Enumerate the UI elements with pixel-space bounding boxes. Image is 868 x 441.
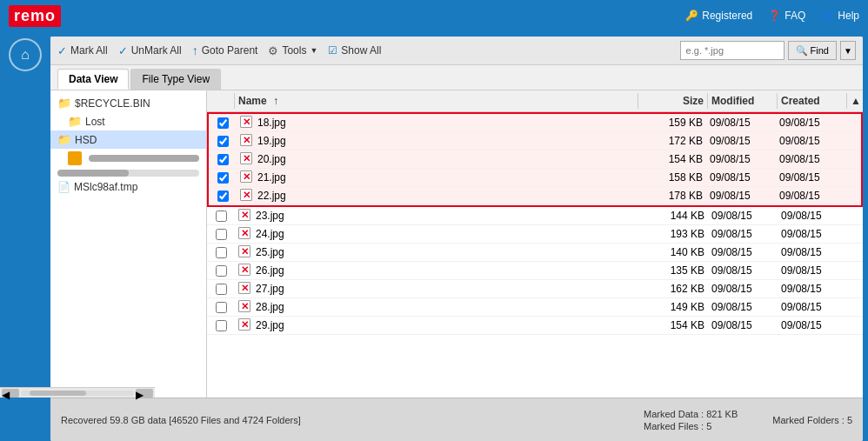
table-row: ✕19.jpg172 KB09/08/1509/08/15: [209, 132, 861, 150]
file-row-extra: [847, 232, 863, 236]
file-created: 09/08/15: [776, 170, 845, 185]
tools-arrow-icon: ▼: [310, 46, 317, 55]
file-name: 18.jpg: [257, 117, 286, 129]
file-modified: 09/08/15: [708, 244, 778, 260]
file-size: 144 KB: [638, 208, 708, 224]
file-created: 09/08/15: [778, 299, 847, 315]
table-row: ✕25.jpg140 KB09/08/1509/08/15: [207, 244, 863, 262]
goto-parent-button[interactable]: ↑ Goto Parent: [192, 43, 258, 57]
help-nav[interactable]: 👤 Help: [821, 10, 859, 22]
file-name: 28.jpg: [256, 301, 284, 313]
file-size: 172 KB: [637, 133, 706, 149]
tree-item-tmp[interactable]: 📄 MSlc98af.tmp: [50, 178, 206, 196]
tools-button[interactable]: ⚙ Tools ▼: [268, 44, 317, 57]
file-checkbox[interactable]: [217, 154, 229, 165]
marked-folders-text: Marked Folders : 5: [772, 415, 852, 425]
file-created: 09/08/15: [776, 115, 845, 130]
table-row: ✕23.jpg144 KB09/08/1509/08/15: [207, 207, 863, 225]
show-all-button[interactable]: ☑ Show All: [328, 44, 381, 57]
tree-item-label: Lost: [85, 116, 105, 128]
file-checkbox[interactable]: [216, 210, 227, 222]
status-mid: Marked Data : 821 KB Marked Files : 5: [644, 409, 738, 431]
file-checkbox[interactable]: [216, 247, 227, 258]
content-area: ✓ Mark All ✓ UnMark All ↑ Goto Parent ⚙ …: [50, 37, 863, 441]
file-created: 09/08/15: [778, 281, 847, 297]
file-checkbox[interactable]: [216, 284, 227, 295]
tab-data-view[interactable]: Data View: [57, 69, 129, 90]
col-modified[interactable]: Modified: [708, 93, 778, 109]
file-size: 154 KB: [637, 151, 706, 167]
file-created: 09/08/15: [778, 208, 847, 224]
col-size[interactable]: Size: [638, 93, 708, 109]
mark-all-button[interactable]: ✓ Mark All: [57, 44, 108, 57]
file-checkbox[interactable]: [217, 190, 229, 202]
tab-file-type-view[interactable]: File Type View: [130, 69, 221, 90]
folder-icon: 📁: [57, 133, 71, 146]
file-checkbox-cell: [209, 170, 237, 185]
file-checkbox[interactable]: [216, 265, 227, 277]
file-size: 154 KB: [638, 317, 708, 333]
unmark-all-button[interactable]: ✓ UnMark All: [118, 44, 182, 57]
file-size: 159 KB: [637, 115, 706, 130]
jpg-file-icon: ✕: [238, 227, 252, 241]
file-checkbox[interactable]: [217, 172, 229, 184]
tree-item-label: $RECYCLE.BIN: [75, 97, 150, 110]
file-row-extra: [847, 305, 863, 309]
search-input[interactable]: [680, 41, 785, 60]
home-button[interactable]: ⌂: [9, 38, 42, 71]
file-modified: 09/08/15: [708, 281, 778, 297]
file-modified: 09/08/15: [708, 263, 778, 278]
file-name: 27.jpg: [256, 283, 284, 295]
file-name-cell: ✕22.jpg: [237, 187, 637, 204]
scroll-up-icon[interactable]: ▲: [851, 95, 861, 107]
jpg-file-icon: ✕: [238, 264, 252, 277]
search-dropdown-button[interactable]: ▼: [840, 41, 856, 60]
file-browser: 📁 $RECYCLE.BIN 📁 Lost 📁 HSD: [50, 90, 863, 398]
find-label: Find: [811, 45, 829, 56]
tree-item-hsd[interactable]: 📁 HSD: [50, 130, 206, 149]
tree-item-sub[interactable]: [50, 149, 206, 168]
file-created: 09/08/15: [776, 151, 845, 167]
find-button[interactable]: 🔍 Find: [788, 41, 837, 60]
mark-all-label: Mark All: [70, 44, 108, 57]
jpg-file-icon: ✕: [240, 189, 254, 203]
col-created-label: Created: [781, 95, 820, 107]
table-row: ✕26.jpg135 KB09/08/1509/08/15: [207, 262, 863, 280]
file-checkbox-cell: [209, 134, 237, 149]
file-checkbox[interactable]: [216, 320, 227, 331]
file-size: 149 KB: [638, 299, 708, 315]
jpg-file-icon: ✕: [238, 282, 252, 296]
folder-icon: 📁: [57, 97, 71, 110]
toolbar: ✓ Mark All ✓ UnMark All ↑ Goto Parent ⚙ …: [50, 37, 863, 65]
marked-data-text: Marked Data : 821 KB: [644, 409, 738, 419]
table-row: ✕20.jpg154 KB09/08/1509/08/15: [209, 150, 861, 169]
file-checkbox[interactable]: [216, 302, 227, 313]
col-name[interactable]: Name ↑: [235, 93, 638, 109]
file-name-cell: ✕28.jpg: [235, 298, 638, 316]
registered-nav[interactable]: 🔑 Registered: [685, 10, 752, 22]
file-checkbox[interactable]: [216, 229, 227, 240]
file-icon: 📄: [57, 181, 70, 193]
col-created[interactable]: Created: [778, 93, 847, 109]
tree-item-recycle[interactable]: 📁 $RECYCLE.BIN: [50, 94, 206, 112]
table-row: ✕29.jpg154 KB09/08/1509/08/15: [207, 317, 863, 335]
file-name-cell: ✕29.jpg: [235, 317, 638, 334]
file-checkbox-cell: [207, 245, 235, 260]
faq-nav[interactable]: ❓ FAQ: [768, 10, 805, 22]
col-check: [207, 93, 235, 109]
logo: remo: [9, 5, 61, 27]
file-created: 09/08/15: [778, 317, 847, 333]
file-name-cell: ✕21.jpg: [237, 169, 637, 186]
tools-label: Tools: [282, 44, 306, 57]
file-checkbox[interactable]: [217, 117, 229, 129]
goto-parent-label: Goto Parent: [202, 44, 258, 57]
jpg-file-icon: ✕: [240, 170, 254, 184]
file-checkbox[interactable]: [217, 136, 229, 147]
jpg-file-icon: ✕: [240, 116, 254, 130]
file-checkbox-cell: [207, 209, 235, 224]
file-modified: 09/08/15: [706, 170, 776, 185]
file-name: 22.jpg: [257, 190, 286, 202]
tree-scroll-right[interactable]: ▶: [136, 389, 153, 398]
file-name-cell: ✕23.jpg: [235, 207, 638, 224]
tree-item-lost[interactable]: 📁 Lost: [50, 112, 206, 130]
